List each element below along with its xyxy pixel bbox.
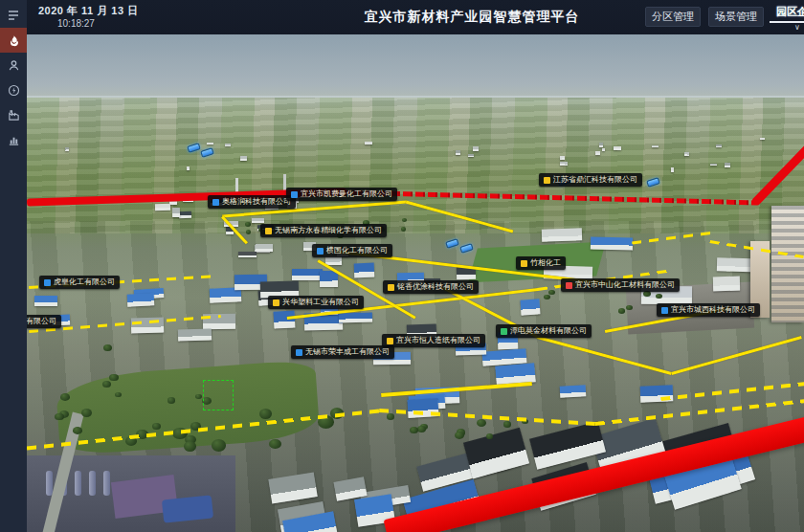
company-marker-icon <box>566 282 572 289</box>
map-viewport[interactable]: 奥格润科技有限公司宜兴市凯费曼化工有限公司无锡南方永春精细化学有限公司横国化工有… <box>27 34 804 532</box>
company-label-text: 铭香优涂科技有限公司 <box>397 282 474 292</box>
company-marker-icon <box>296 349 302 356</box>
company-label[interactable]: 兴华塑料工业有限公司 <box>268 296 364 309</box>
scene-management-button[interactable]: 场景管理 <box>708 7 764 27</box>
company-label-text: 横国化工有限公司 <box>326 246 388 255</box>
company-marker-icon <box>291 191 298 198</box>
power-icon[interactable] <box>0 78 27 102</box>
zone-management-button[interactable]: 分区管理 <box>645 7 701 27</box>
company-label[interactable]: 铭香优涂科技有限公司 <box>383 280 479 294</box>
chevron-down-icon: ∨ <box>770 23 804 32</box>
bar-chart-icon[interactable] <box>0 127 27 152</box>
user-icon[interactable] <box>0 53 27 78</box>
top-header: 2020 年 11 月 13 日 10:18:27 宜兴市新材料产业园智慧管理平… <box>27 0 804 34</box>
company-label-text: 无锡南方永春精细化学有限公司 <box>275 226 382 235</box>
company-label[interactable]: 无锡南方永春精细化学有限公司 <box>260 224 387 237</box>
company-label[interactable]: 无锡市荣丰成工有限公司 <box>291 345 394 359</box>
user-icon-glyph <box>8 59 20 72</box>
page-title: 宜兴市新材料产业园智慧管理平台 <box>285 9 659 26</box>
company-marker-icon <box>265 228 272 234</box>
company-marker-icon <box>317 248 324 255</box>
company-label-text: 宜兴市中山化工材料有限公司 <box>575 280 675 290</box>
fire-icon[interactable] <box>0 28 27 53</box>
company-label[interactable]: 竹相化工 <box>516 256 566 270</box>
company-label-text: 宜兴市城西科技有限公司 <box>671 305 755 315</box>
dropdown-label: 园区企业 <box>770 5 804 23</box>
selection-box <box>203 380 234 410</box>
factory-icon-glyph <box>8 109 20 122</box>
factory-icon[interactable] <box>0 102 27 127</box>
park-enterprise-dropdown[interactable]: 园区企业 ∨ <box>770 5 804 30</box>
company-label[interactable]: 江苏省鼎汇科技有限公司 <box>539 173 642 187</box>
company-label-text: 宜兴市凯费曼化工有限公司 <box>301 189 392 199</box>
menu-icon[interactable] <box>0 3 27 28</box>
company-marker-icon <box>521 260 527 267</box>
header-date: 2020 年 11 月 13 日 <box>38 4 139 18</box>
company-label[interactable]: 潭电莫金材料有限公司 <box>496 324 592 338</box>
company-label-text: 奥格润科技有限公司 <box>222 197 291 207</box>
company-label[interactable]: 宏博新材料科技有限公司 <box>27 315 61 328</box>
menu-icon-glyph <box>7 9 20 22</box>
company-label-text: 虎皇化工有限公司 <box>54 277 115 287</box>
company-marker-icon <box>544 177 550 184</box>
company-label-text: 潭电莫金材料有限公司 <box>510 326 587 336</box>
app-window: 2020 年 11 月 13 日 10:18:27 宜兴市新材料产业园智慧管理平… <box>0 0 804 532</box>
company-label[interactable]: 横国化工有限公司 <box>312 244 392 257</box>
company-label[interactable]: 宜兴市恒人造纸有限公司 <box>382 334 485 347</box>
company-label[interactable]: 奥格润科技有限公司 <box>208 195 296 209</box>
company-label-text: 江苏省鼎汇科技有限公司 <box>553 175 637 185</box>
map-label-layer: 奥格润科技有限公司宜兴市凯费曼化工有限公司无锡南方永春精细化学有限公司横国化工有… <box>27 34 804 532</box>
company-label-text: 宏博新材料科技有限公司 <box>27 317 56 326</box>
bar-chart-icon-glyph <box>8 134 20 146</box>
company-label-text: 宜兴市恒人造纸有限公司 <box>396 336 480 345</box>
left-toolbar <box>0 0 27 532</box>
company-marker-icon <box>387 338 393 344</box>
company-label-text: 竹相化工 <box>530 258 561 268</box>
header-time: 10:18:27 <box>57 18 95 29</box>
company-label[interactable]: 虎皇化工有限公司 <box>39 276 120 289</box>
power-icon-glyph <box>8 84 20 97</box>
company-label-text: 无锡市荣丰成工有限公司 <box>305 347 390 357</box>
fire-icon-glyph <box>8 34 20 47</box>
company-label[interactable]: 宜兴市城西科技有限公司 <box>657 303 760 317</box>
company-label[interactable]: 宜兴市凯费曼化工有限公司 <box>286 188 397 201</box>
company-label[interactable]: 宜兴市中山化工材料有限公司 <box>561 278 680 292</box>
company-label-text: 兴华塑料工业有限公司 <box>282 298 359 307</box>
company-marker-icon <box>661 307 668 314</box>
company-marker-icon <box>388 284 394 291</box>
company-marker-icon <box>212 199 219 206</box>
company-marker-icon <box>501 328 507 335</box>
company-marker-icon <box>44 279 51 286</box>
company-marker-icon <box>273 299 279 306</box>
